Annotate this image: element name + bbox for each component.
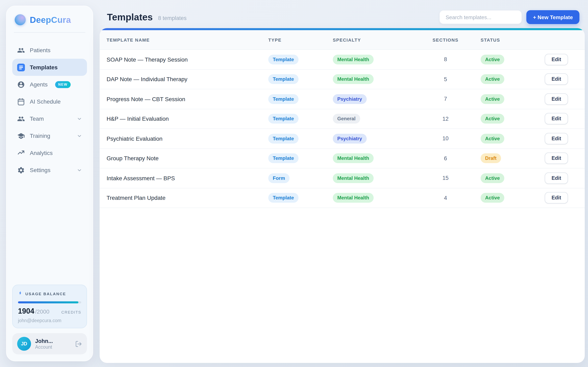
edit-button[interactable]: Edit (545, 74, 568, 85)
sections-count: 5 (421, 76, 470, 82)
brand-name: DeepCura (30, 15, 71, 25)
analytics-icon (17, 149, 25, 157)
specialty-badge: General (333, 114, 360, 124)
edit-button[interactable]: Edit (545, 93, 568, 105)
logo-sphere-icon (15, 14, 26, 25)
sidebar-item-training[interactable]: Training (12, 127, 87, 144)
table-row: SOAP Note — Therapy Session Template Men… (100, 50, 585, 69)
status-badge: Active (481, 134, 504, 143)
agent-icon (17, 81, 25, 88)
credits-used: 1904 (18, 307, 34, 316)
patients-icon (17, 46, 25, 54)
sections-count: 7 (421, 96, 470, 102)
template-name: Group Therapy Note (107, 155, 268, 162)
template-name: DAP Note — Individual Therapy (107, 76, 268, 83)
status-badge: Active (481, 173, 504, 183)
specialty-badge: Mental Health (333, 193, 374, 203)
sections-count: 4 (421, 195, 470, 201)
sidebar-item-templates[interactable]: Templates (12, 59, 87, 76)
template-name: H&P — Initial Evaluation (107, 116, 268, 122)
sidebar-item-ai-schedule[interactable]: AI Schedule (12, 93, 87, 110)
template-name: Progress Note — CBT Session (107, 96, 268, 102)
sections-count: 6 (421, 155, 470, 161)
account-button[interactable]: JD John... Account (12, 333, 87, 354)
template-name: SOAP Note — Therapy Session (107, 56, 268, 63)
logout-icon[interactable] (75, 340, 82, 347)
edit-button[interactable]: Edit (545, 54, 568, 65)
usage-balance-card: USAGE BALANCE 1904 /2000 CREDITS john@de… (12, 285, 87, 328)
type-badge: Template (268, 154, 298, 163)
table-row: H&P — Initial Evaluation Template Genera… (100, 109, 585, 129)
avatar: JD (17, 337, 31, 351)
col-type: TYPE (268, 37, 333, 42)
sidebar-item-agents[interactable]: Agents NEW (12, 76, 87, 93)
col-template-name: TEMPLATE NAME (107, 37, 268, 42)
chevron-down-icon (77, 116, 82, 121)
user-subtitle: Account (35, 345, 53, 350)
search-input[interactable] (440, 10, 522, 24)
sections-count: 12 (421, 116, 470, 122)
type-badge: Template (268, 134, 298, 143)
type-badge: Form (268, 173, 290, 183)
sidebar-item-analytics[interactable]: Analytics (12, 144, 87, 161)
user-name: John... (35, 338, 53, 344)
type-badge: Template (268, 55, 298, 64)
credits-progress-fill (18, 301, 78, 303)
template-name: Psychiatric Evaluation (107, 135, 268, 142)
sidebar-item-team[interactable]: Team (12, 110, 87, 127)
sections-count: 8 (421, 57, 470, 63)
specialty-badge: Psychiatry (333, 94, 366, 104)
status-badge: Active (481, 114, 504, 124)
col-status: STATUS (470, 37, 535, 42)
table-row: Intake Assessment — BPS Form Mental Heal… (100, 168, 585, 188)
chevron-down-icon (77, 133, 82, 138)
new-template-button[interactable]: + New Template (527, 10, 579, 24)
type-badge: Template (268, 114, 298, 124)
new-badge: NEW (55, 81, 71, 88)
edit-button[interactable]: Edit (545, 173, 568, 184)
table-row: Psychiatric Evaluation Template Psychiat… (100, 129, 585, 149)
edit-button[interactable]: Edit (545, 153, 568, 164)
sidebar-item-settings[interactable]: Settings (12, 161, 87, 179)
status-badge: Active (481, 193, 504, 203)
table-header-row: TEMPLATE NAME TYPE SPECIALTY SECTIONS ST… (100, 30, 585, 50)
team-icon (17, 115, 25, 123)
table-row: Progress Note — CBT Session Template Psy… (100, 89, 585, 109)
edit-button[interactable]: Edit (545, 192, 568, 204)
specialty-badge: Mental Health (333, 55, 374, 64)
type-badge: Template (268, 193, 298, 203)
sidebar-item-patients[interactable]: Patients (12, 42, 87, 59)
gear-icon (17, 166, 25, 174)
sections-count: 10 (421, 136, 470, 142)
status-badge: Active (481, 94, 504, 104)
specialty-badge: Mental Health (333, 75, 374, 84)
template-name: Intake Assessment — BPS (107, 175, 268, 182)
edit-button[interactable]: Edit (545, 113, 568, 125)
template-count: 8 templates (158, 15, 187, 21)
type-badge: Template (268, 75, 298, 84)
sidebar-spacer (12, 179, 87, 285)
specialty-badge: Mental Health (333, 173, 374, 183)
template-name: Treatment Plan Update (107, 195, 268, 201)
table-row: DAP Note — Individual Therapy Template M… (100, 69, 585, 89)
calendar-icon (17, 98, 25, 105)
col-specialty: SPECIALTY (333, 37, 421, 42)
training-icon (17, 132, 25, 140)
app-window: DeepCura Patients Templates Agents NEW A… (0, 0, 588, 367)
sidebar: DeepCura Patients Templates Agents NEW A… (6, 6, 93, 361)
table-body: SOAP Note — Therapy Session Template Men… (100, 50, 585, 208)
col-sections: SECTIONS (421, 37, 470, 42)
sections-count: 15 (421, 175, 470, 181)
accent-gradient-bar (100, 28, 585, 30)
chevron-down-icon (77, 167, 82, 173)
page-header: Templates 8 templates + New Template (107, 10, 579, 25)
usage-balance-title: USAGE BALANCE (25, 291, 66, 296)
type-badge: Template (268, 94, 298, 104)
table-row: Treatment Plan Update Template Mental He… (100, 188, 585, 208)
templates-icon (17, 63, 25, 71)
status-badge: Draft (481, 154, 501, 163)
edit-button[interactable]: Edit (545, 133, 568, 144)
sidebar-nav: Patients Templates Agents NEW AI Schedul… (12, 42, 87, 179)
credits-total: /2000 (35, 308, 49, 315)
bolt-icon (18, 290, 22, 297)
